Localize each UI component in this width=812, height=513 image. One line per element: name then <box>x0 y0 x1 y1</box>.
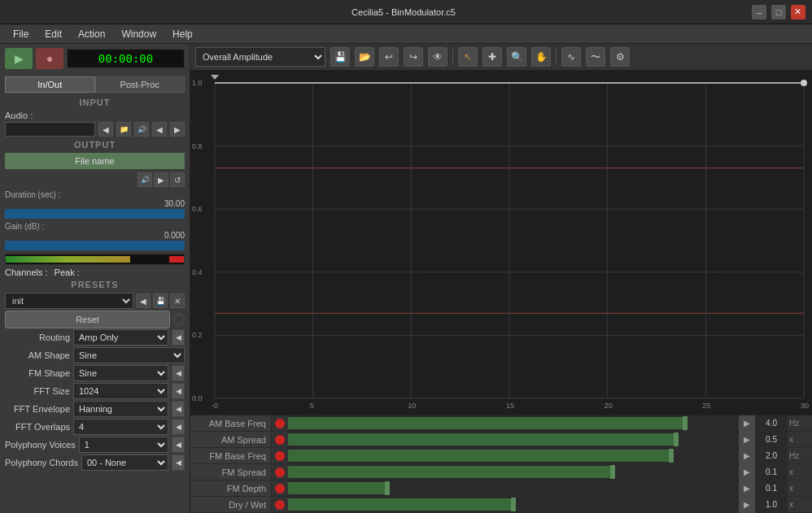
menu-edit[interactable]: Edit <box>37 27 70 41</box>
fft-size-label: FFT Size <box>5 386 70 396</box>
bottom-param-led <box>275 484 285 493</box>
bottom-param-value: 2.0 <box>755 448 788 463</box>
output-speaker-btn[interactable]: 🔊 <box>138 172 152 187</box>
graph-tool-cursor[interactable]: ✚ <box>482 47 502 67</box>
bottom-param-play-btn[interactable]: ▶ <box>739 448 755 464</box>
graph-tool-arrow[interactable]: ↖ <box>458 47 478 67</box>
graph-toolbar: Overall Amplitude 💾 📂 ↩ ↪ 👁 ↖ ✚ 🔍 ✋ ∿ 〜 … <box>190 44 812 71</box>
gain-row: Gain (dB) : 0.000 <box>0 220 190 252</box>
routing-dropdown[interactable]: Amp Only <box>73 329 168 346</box>
output-reload-btn[interactable]: ↺ <box>170 172 185 187</box>
graph-tool-save[interactable]: 💾 <box>330 47 350 67</box>
duration-row: Duration (sec) : 30.00 <box>0 189 190 220</box>
bottom-param-play-btn[interactable]: ▶ <box>739 497 755 513</box>
fft-overlaps-row: FFT Overlaps 4 ◀ <box>0 418 190 436</box>
graph-tool-wave[interactable]: ∿ <box>561 47 581 67</box>
duration-slider[interactable] <box>5 209 185 219</box>
fm-shape-row: FM Shape Sine ◀ <box>0 364 190 382</box>
graph-param-select[interactable]: Overall Amplitude <box>195 47 325 67</box>
titlebar: Cecilia5 - BinModulator.c5 – □ ✕ <box>0 0 812 24</box>
menu-help[interactable]: Help <box>164 27 201 41</box>
menu-window[interactable]: Window <box>113 27 164 41</box>
audio-folder-btn[interactable]: 📁 <box>116 122 131 137</box>
bottom-param-led <box>275 500 285 510</box>
polyphony-voices-label: Polyphony Voices <box>5 440 76 450</box>
fm-shape-arrow[interactable]: ◀ <box>172 365 185 381</box>
fft-envelope-label: FFT Envelope <box>5 404 70 414</box>
tab-postproc[interactable]: Post-Proc <box>95 76 186 93</box>
am-shape-dropdown[interactable]: Sine <box>73 347 185 363</box>
fft-overlaps-dropdown[interactable]: 4 <box>73 419 168 435</box>
graph-tool-settings[interactable]: ⚙ <box>610 47 630 67</box>
fft-overlaps-arrow[interactable]: ◀ <box>172 419 185 435</box>
fft-envelope-arrow[interactable]: ◀ <box>172 401 185 417</box>
preset-select[interactable]: init <box>5 293 133 309</box>
polyphony-voices-arrow[interactable]: ◀ <box>172 437 185 453</box>
bottom-param-slider[interactable] <box>288 480 739 496</box>
fft-size-dropdown[interactable]: 1024 <box>73 383 168 399</box>
bottom-param-slider[interactable] <box>288 432 739 447</box>
record-button[interactable]: ● <box>36 48 63 69</box>
bottom-param-label: AM Base Freq <box>190 415 272 431</box>
bottom-param-play-btn[interactable]: ▶ <box>739 432 755 448</box>
bottom-param-led <box>275 467 285 477</box>
duration-value: 30.00 <box>5 199 185 208</box>
polyphony-voices-dropdown[interactable]: 1 <box>79 437 168 453</box>
polyphony-chords-row: Polyphony Chords 00 - None ◀ <box>0 454 190 472</box>
graph-tool-load[interactable]: 📂 <box>355 47 374 67</box>
polyphony-chords-dropdown[interactable]: 00 - None <box>81 454 168 471</box>
polyphony-chords-arrow[interactable]: ◀ <box>172 454 185 471</box>
close-button[interactable]: ✕ <box>791 5 805 20</box>
audio-speaker-btn[interactable]: 🔊 <box>134 122 149 137</box>
presets-row: init ◀ 💾 ✕ <box>0 291 190 311</box>
bottom-param-play-btn[interactable]: ▶ <box>739 464 755 480</box>
audio-input-field[interactable] <box>5 122 95 137</box>
graph-tool-smooth[interactable]: 〜 <box>586 47 605 67</box>
preset-save-btn[interactable]: 💾 <box>153 293 168 308</box>
fm-shape-dropdown[interactable]: Sine <box>73 365 168 381</box>
output-play-btn[interactable]: ▶ <box>154 172 168 187</box>
gain-slider[interactable] <box>5 241 185 250</box>
bottom-param-value: 0.5 <box>755 432 788 447</box>
bottom-param-unit: x <box>788 500 812 509</box>
bottom-param-play-btn[interactable]: ▶ <box>739 480 755 497</box>
bottom-param-led <box>275 435 285 445</box>
menu-file[interactable]: File <box>5 27 37 41</box>
gain-value: 0.000 <box>5 231 185 240</box>
graph-tool-zoom[interactable]: 🔍 <box>507 47 526 67</box>
fft-envelope-dropdown[interactable]: Hanning <box>73 401 168 417</box>
graph-tool-eye[interactable]: 👁 <box>428 47 447 67</box>
maximize-button[interactable]: □ <box>771 5 786 20</box>
preset-delete-btn[interactable]: ✕ <box>170 293 185 308</box>
graph-canvas[interactable] <box>190 71 812 415</box>
graph-tool-undo[interactable]: ↩ <box>379 47 399 67</box>
audio-fwd-btn[interactable]: ▶ <box>170 122 185 137</box>
audio-arrow-btn[interactable]: ◀ <box>98 122 113 137</box>
tab-inout[interactable]: In/Out <box>5 76 95 93</box>
bottom-param-slider[interactable] <box>288 464 739 480</box>
graph-tool-redo[interactable]: ↪ <box>404 47 423 67</box>
peak-label: Peak : <box>55 267 80 277</box>
filename-button[interactable]: File name <box>5 153 185 169</box>
audio-play-btn[interactable]: ◀ <box>152 122 167 137</box>
led-indicator <box>173 314 185 325</box>
gain-label: Gain (dB) : <box>5 222 44 231</box>
bottom-param-play-btn[interactable]: ▶ <box>739 415 755 432</box>
bottom-param-slider[interactable] <box>288 497 739 512</box>
fft-size-arrow[interactable]: ◀ <box>172 383 185 399</box>
menu-action[interactable]: Action <box>70 27 113 41</box>
bottom-param-slider[interactable] <box>288 415 739 431</box>
graph-area[interactable] <box>190 71 812 415</box>
input-header: INPUT <box>0 96 190 109</box>
bottom-param-row: AM Base Freq▶4.0Hz <box>190 415 812 432</box>
minimize-button[interactable]: – <box>752 5 766 20</box>
bottom-param-slider[interactable] <box>288 448 739 463</box>
graph-tool-pan[interactable]: ✋ <box>531 47 551 67</box>
preset-arrow-btn[interactable]: ◀ <box>136 293 151 308</box>
routing-arrow[interactable]: ◀ <box>172 329 185 346</box>
play-button[interactable]: ▶ <box>5 48 33 69</box>
reset-button[interactable]: Reset <box>5 311 170 328</box>
bottom-param-row: FM Depth▶0.1x <box>190 480 812 497</box>
menubar: File Edit Action Window Help <box>0 24 812 44</box>
routing-row: Routing Amp Only ◀ <box>0 328 190 346</box>
